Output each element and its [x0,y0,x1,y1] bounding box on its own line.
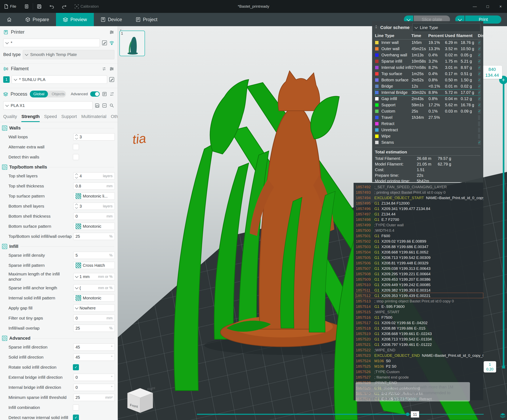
edit-filament-icon[interactable] [109,77,114,82]
gcode-line[interactable]: 1857503G1X208.88 Y199.686 E.00347 [356,244,483,249]
layer-slider-bottom-handle[interactable] [502,366,505,368]
legend-row[interactable]: Custom25s0.1%0.03 m0.09 g✓ [375,108,480,114]
spin-input[interactable]: 3layers [73,203,115,210]
display-checkbox[interactable]: ✓ [478,97,481,101]
pattern-select[interactable]: Monotonic li... [73,192,115,200]
view-cube[interactable]: Front Right [123,386,157,416]
text-input[interactable]: 0° [73,374,115,381]
search-icon[interactable] [109,103,114,108]
gcode-line[interactable]: 1857496G1X209.341 Y199.477 Z134.84 [356,206,483,211]
process-list-icon[interactable] [102,91,107,97]
legend-row[interactable]: Wipe [375,133,480,139]
legend-row[interactable]: Outer wall45m21s13.3%3.52 m10.50 g✓ [375,46,480,52]
gcode-line[interactable]: 1857521G1X208.797 Y199.461 E-.01222 [356,342,483,347]
text-input[interactable]: 0mm [73,315,115,322]
gcode-line[interactable]: 1857512G1X209.353 Y199.439 E.00221 [356,293,483,298]
tab-quality[interactable]: Quality [3,114,17,122]
display-checkbox[interactable] [478,121,480,126]
save-button[interactable] [33,0,45,13]
pattern-select[interactable]: Monotonic [73,294,115,302]
display-checkbox[interactable] [478,115,480,120]
display-checkbox[interactable] [478,134,480,139]
select[interactable]: (mm or % [73,284,115,292]
pattern-select[interactable]: Cross Hatch [73,262,115,269]
text-input[interactable]: 0.8mm [73,182,115,190]
gcode-line[interactable]: 1857494EXCLUDE_OBJECT_STARTNAME=Bastet_P… [356,195,483,200]
tab-support[interactable]: Support [61,114,77,122]
gcode-line[interactable]: 1857497G1Z134.44 [356,211,483,217]
display-checkbox[interactable]: ✓ [478,90,481,95]
close-button[interactable]: × [494,0,507,13]
wifi-icon[interactable] [109,40,114,46]
color-scheme-select[interactable]: Line Type [412,23,480,32]
select[interactable]: 1 mmmm or % [73,273,115,280]
file-menu[interactable]: File [0,0,20,13]
gcode-line[interactable]: 1857510G1X209.449 Y199.242 E.00085 [356,282,483,287]
display-checkbox[interactable] [478,128,480,133]
legend-row[interactable]: Unretract [375,127,480,133]
legend-row[interactable]: Retract [375,121,480,127]
scope-objects[interactable]: Objects [48,91,66,98]
gcode-line[interactable]: 1857507G1X209.038 Y199.313 E.00643 [356,266,483,271]
tab-speed[interactable]: Speed [44,114,57,122]
filament-preset-select[interactable]: * SUNLU PLA [12,75,107,84]
gcode-line[interactable]: 1857495G1Z134.84 F12000 [356,200,483,206]
pattern-select[interactable]: Monotonic [73,223,115,230]
tab-device[interactable]: Device [94,13,129,26]
text-input[interactable]: 25% [73,233,115,240]
display-checkbox[interactable]: ✓ [478,53,481,58]
legend-row[interactable]: Top surface1m25s0.4%0.17 m0.51 g✓ [375,71,480,77]
display-checkbox[interactable]: ✓ [478,40,481,45]
calibration-button[interactable]: Calibration [70,0,103,13]
gcode-line[interactable]: 1857520G1X208.713 Y199.542 E-.01334 [356,336,483,342]
printer-settings-icon[interactable] [109,30,114,35]
legend-row[interactable]: Inner wall1h5m19.1%6.29 m18.76 g✓ [375,39,480,46]
legend-row[interactable]: Travel1h34m27.5% [375,114,480,121]
notes-button[interactable] [20,0,33,13]
text-input[interactable]: 5% [73,252,115,259]
display-checkbox[interactable]: ✓ [478,71,481,76]
minimize-button[interactable]: — [468,0,481,13]
display-checkbox[interactable]: ✓ [478,84,481,89]
compare-presets-icon[interactable] [110,91,114,97]
display-checkbox[interactable]: ✓ [478,140,481,145]
gcode-line[interactable]: 1857493; printing object Bastet Print.st… [356,189,483,195]
gcode-line[interactable]: 1857511G1X209.382 Y199.353 E.00314 [356,287,483,293]
gcode-line[interactable]: 1857517G1X209.02 Y199.66 E-.04202 [356,320,483,325]
checkbox[interactable] [73,405,79,411]
legend-row[interactable]: Seams✓ [375,139,480,146]
legend-row[interactable]: Gap infill2m43s0.8%0.04 m0.12 g✓ [375,96,480,102]
legend-row[interactable]: Overhang wall1m13s0.4%0.02 m0.05 g✓ [375,52,480,58]
checkbox[interactable]: ✓ [73,364,79,370]
legend-row[interactable]: Internal Bridge30m32s8.9%5.72 m17.07 g✓ [375,89,480,96]
advanced-mode-toggle[interactable] [90,91,100,97]
tab-oth[interactable]: Oth... [111,114,118,122]
gcode-line[interactable]: 1857516G1F7500 [356,315,483,320]
collapse-legend-icon[interactable]: ⌃⌃ [375,26,378,29]
text-input[interactable]: 25mm² [73,394,115,401]
legend-row[interactable]: Internal solid infill27m58s8.2%3.01 m8.9… [375,64,480,71]
printer-preset-select[interactable]: * [3,39,100,47]
gcode-line[interactable]: 1857502G1X209.02 Y199.66 E.00899 [356,238,483,244]
simplify-model-link[interactable]: Simplify model [393,396,419,401]
legend-row[interactable]: Support59m1s17.2%5.62 m16.78 g✓ [375,102,480,108]
edit-printer-icon[interactable] [102,40,107,46]
delete-preset-icon[interactable] [102,103,107,108]
display-checkbox[interactable]: ✓ [478,65,481,70]
tab-project[interactable]: Project [129,13,164,26]
gcode-line[interactable]: 1857504G1X208.668 Y199.661 E.0052 [356,249,483,255]
text-input[interactable]: 45° [73,354,115,361]
gcode-line[interactable]: 1857506G1X208.81 Y199.448 E.00329 [356,260,483,266]
text-input[interactable]: 45° [73,343,115,351]
text-input[interactable]: 0° [73,384,115,391]
gcode-line[interactable]: 1857523EXCLUDE_OBJECT_ENDNAME=Bastet_Pri… [356,353,483,358]
gcode-line[interactable]: 1857515;WIPE_START [356,309,483,315]
process-preset-select[interactable]: PLA X1 [3,101,93,110]
legend-row[interactable]: Sparse infill10m58s3.2%1.75 m5.21 g✓ [375,58,480,64]
filament-swap-icon[interactable] [101,66,107,71]
gcode-line[interactable]: 1857492;_SET_FAN_SPEED_CHANGING_LAYER [356,184,483,189]
display-checkbox[interactable]: ✓ [478,47,481,51]
move-slider[interactable]: 11 [197,411,484,417]
checkbox[interactable]: ✓ [73,414,79,420]
gcode-line[interactable]: 1857513; stop printing object Bastet Pri… [356,298,483,304]
